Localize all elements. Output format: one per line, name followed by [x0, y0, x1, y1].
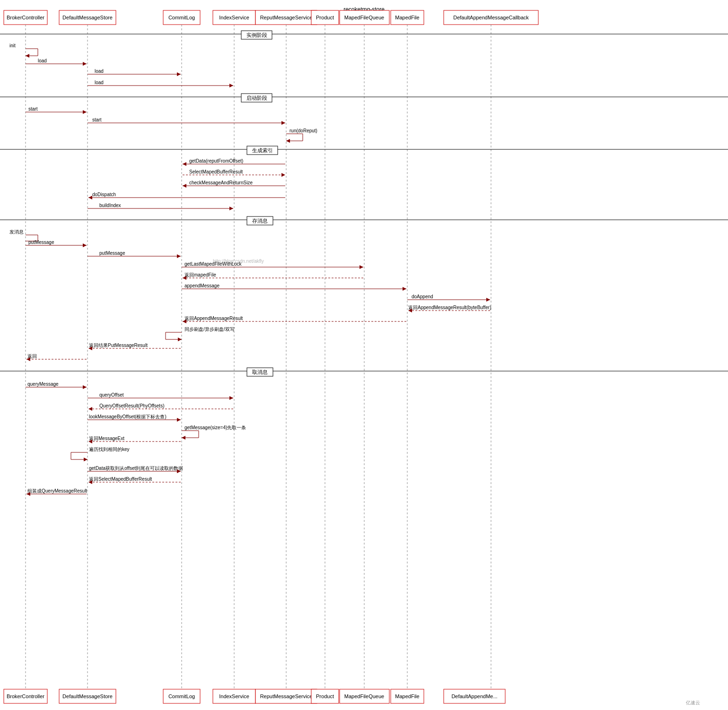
svg-text:存消息: 存消息 — [252, 218, 268, 224]
svg-text:getLastMapedFileWithLock: getLastMapedFileWithLock — [184, 261, 242, 267]
svg-marker-57 — [286, 139, 290, 143]
svg-text:DefaultMessageStore: DefaultMessageStore — [62, 693, 113, 699]
svg-text:DefaultAppendMe...: DefaultAppendMe... — [451, 693, 497, 699]
svg-marker-69 — [183, 184, 186, 188]
svg-marker-130 — [88, 407, 92, 411]
svg-text:组装成QueryMessageResult: 组装成QueryMessageResult — [27, 488, 87, 494]
svg-marker-52 — [281, 121, 285, 125]
svg-text:start: start — [28, 106, 38, 112]
svg-text:同步刷盘/异步刷盘/双写: 同步刷盘/异步刷盘/双写 — [184, 327, 235, 332]
svg-text:返回AppendMessageResult(byteBuff: 返回AppendMessageResult(byteBuffer) — [408, 305, 491, 310]
svg-text:SelectMapedBufferResult: SelectMapedBufferResult — [189, 169, 243, 174]
svg-text:ReputMessageService: ReputMessageService — [260, 693, 313, 699]
svg-marker-133 — [177, 418, 181, 422]
svg-text:DefaultAppendMessageCallback: DefaultAppendMessageCallback — [453, 15, 529, 20]
svg-marker-40 — [177, 72, 181, 76]
svg-text:ReputMessageService: ReputMessageService — [260, 15, 313, 20]
svg-text:Product: Product — [316, 693, 334, 699]
diagram-svg: BrokerController DefaultMessageStore Com… — [0, 0, 728, 710]
svg-text:MapedFile: MapedFile — [395, 15, 419, 20]
svg-text:load: load — [95, 80, 104, 85]
svg-text:getMessage(size=4)先取一条: getMessage(size=4)先取一条 — [184, 425, 246, 430]
svg-text:MapedFileQueue: MapedFileQueue — [344, 693, 384, 699]
svg-marker-98 — [403, 287, 406, 291]
svg-marker-75 — [229, 207, 233, 210]
svg-text:IndexService: IndexService — [219, 693, 249, 699]
svg-text:start: start — [92, 117, 102, 122]
svg-text:BrokerController: BrokerController — [7, 15, 44, 20]
svg-marker-127 — [229, 396, 233, 400]
svg-text:返回MessageExt: 返回MessageExt — [89, 436, 124, 441]
svg-text:MapedFile: MapedFile — [395, 693, 419, 699]
svg-text:getData获取到从offset到尾在可以读取的数据: getData获取到从offset到尾在可以读取的数据 — [89, 466, 183, 471]
svg-text:DefaultMessageStore: DefaultMessageStore — [62, 15, 113, 20]
svg-text:init: init — [9, 43, 16, 48]
svg-text:putMessage: putMessage — [99, 251, 125, 256]
svg-marker-43 — [229, 84, 233, 87]
svg-text:load: load — [95, 69, 104, 74]
svg-text:返回AppendMessageResult: 返回AppendMessageResult — [184, 316, 243, 321]
svg-text:load: load — [38, 58, 47, 63]
svg-marker-124 — [83, 385, 87, 389]
svg-text:CommitLog: CommitLog — [168, 15, 195, 20]
svg-text:返回结果PutMessageResult: 返回结果PutMessageResult — [89, 343, 148, 348]
diagram-container: recoketmq-store BrokerController Default… — [0, 0, 728, 710]
svg-marker-112 — [178, 338, 182, 341]
svg-text:doDispatch: doDispatch — [92, 192, 116, 197]
svg-text:返回SelectMapedBufferResult: 返回SelectMapedBufferResult — [89, 476, 152, 482]
svg-text:实例阶段: 实例阶段 — [246, 32, 267, 38]
svg-text:BrokerController: BrokerController — [7, 693, 44, 699]
svg-text:亿速云: 亿速云 — [685, 700, 700, 705]
svg-text:CommitLog: CommitLog — [168, 693, 195, 699]
svg-text:checkMessageAndReturnSize: checkMessageAndReturnSize — [189, 180, 253, 185]
svg-text:QueryOffsetResult(PhyOffsets): QueryOffsetResult(PhyOffsets) — [99, 403, 164, 408]
svg-marker-49 — [83, 110, 87, 114]
svg-marker-88 — [177, 254, 181, 258]
svg-marker-92 — [360, 265, 363, 269]
svg-text:返回: 返回 — [27, 354, 37, 359]
svg-text:lookMessageByOffset(根据下标去查): lookMessageByOffset(根据下标去查) — [89, 414, 167, 419]
svg-marker-138 — [182, 436, 185, 440]
svg-text:发消息: 发消息 — [9, 229, 24, 234]
svg-marker-63 — [183, 162, 186, 166]
svg-text:queryMessage: queryMessage — [27, 381, 59, 387]
svg-text:IndexService: IndexService — [219, 15, 249, 20]
svg-text:run(doReput): run(doReput) — [289, 128, 317, 133]
svg-text:返回mapedFile: 返回mapedFile — [184, 272, 216, 277]
svg-marker-37 — [83, 62, 87, 66]
svg-text:putMessage: putMessage — [28, 240, 54, 245]
svg-text:appendMessage: appendMessage — [184, 283, 219, 288]
svg-marker-101 — [486, 298, 490, 302]
svg-marker-85 — [83, 243, 87, 247]
svg-text:启动阶段: 启动阶段 — [246, 95, 267, 101]
svg-text:MapedFileQueue: MapedFileQueue — [344, 15, 384, 20]
svg-text:doAppend: doAppend — [412, 294, 433, 299]
svg-text:getData(reputFromOffset): getData(reputFromOffset) — [189, 158, 243, 164]
svg-text:buildIndex: buildIndex — [99, 203, 121, 208]
svg-text:Product: Product — [316, 15, 334, 20]
svg-marker-72 — [88, 196, 92, 199]
svg-marker-66 — [281, 173, 285, 177]
svg-text:生成索引: 生成索引 — [252, 147, 273, 153]
svg-text:取消息: 取消息 — [252, 369, 268, 375]
svg-text:遍历找到相同的key: 遍历找到相同的key — [89, 447, 130, 452]
svg-text:queryOffset: queryOffset — [99, 392, 124, 398]
svg-marker-146 — [84, 458, 88, 461]
svg-marker-34 — [26, 54, 29, 58]
